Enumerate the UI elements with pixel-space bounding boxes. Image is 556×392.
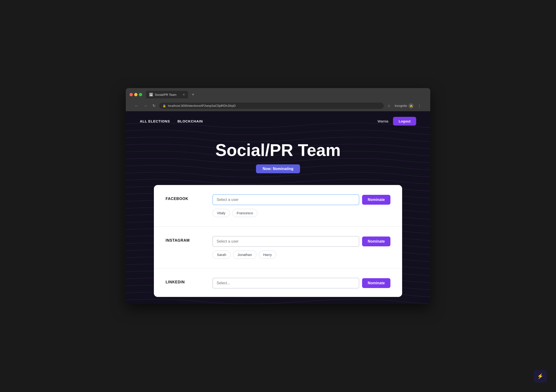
facebook-select-row: Nominate bbox=[212, 194, 390, 205]
browser-titlebar: 🗳 Social/PR Team × + bbox=[130, 91, 426, 98]
close-window-button[interactable] bbox=[130, 93, 133, 96]
site-nav: ALL ELECTIONS BLOCKCHAIN Wamia Logout bbox=[126, 111, 430, 131]
bookmark-button[interactable]: ☆ bbox=[386, 103, 392, 109]
instagram-nominate-button[interactable]: Nominate bbox=[362, 237, 390, 246]
blockchain-link[interactable]: BLOCKCHAIN bbox=[178, 119, 203, 123]
incognito-badge: Incognito 🕵 bbox=[395, 103, 414, 108]
maximize-window-button[interactable] bbox=[139, 93, 142, 96]
nominee-chip[interactable]: Harry bbox=[259, 251, 276, 259]
facebook-controls: Nominate Vitaly Francesco bbox=[212, 194, 390, 217]
address-bar[interactable]: 🔒 localhost:3000/elections/tP2wnpSaC5jdR… bbox=[159, 103, 384, 109]
main-card: FACEBOOK Nominate Vitaly Francesco INSTA… bbox=[154, 185, 402, 297]
incognito-label: Incognito bbox=[395, 104, 407, 108]
tab-close-button[interactable]: × bbox=[183, 93, 185, 96]
traffic-lights bbox=[130, 93, 142, 96]
new-tab-button[interactable]: + bbox=[190, 91, 196, 98]
browser-addressbar: ← → ↻ 🔒 localhost:3000/elections/tP2wnpS… bbox=[130, 101, 426, 111]
page-content: .wave { fill: none; stroke: #9b59b6; str… bbox=[126, 111, 430, 304]
facebook-section: FACEBOOK Nominate Vitaly Francesco bbox=[154, 185, 402, 227]
linkedin-nominate-button[interactable]: Nominate bbox=[362, 278, 390, 288]
browser-extras: ☆ Incognito 🕵 ⋮ bbox=[386, 103, 423, 109]
instagram-controls: Nominate Sarah Jonathan Harry bbox=[212, 236, 390, 259]
username-label: Wamia bbox=[378, 119, 388, 123]
facebook-nominate-button[interactable]: Nominate bbox=[362, 195, 390, 205]
hero-section: Social/PR Team Now: Nominating bbox=[126, 131, 430, 180]
nominee-chip[interactable]: Jonathan bbox=[233, 251, 256, 259]
tab-title: Social/PR Team bbox=[155, 93, 176, 96]
nominee-chip[interactable]: Francesco bbox=[232, 209, 257, 217]
forward-button[interactable]: → bbox=[142, 103, 149, 109]
linkedin-user-select[interactable] bbox=[212, 278, 359, 289]
incognito-icon: 🕵 bbox=[409, 103, 414, 108]
nav-links: ALL ELECTIONS BLOCKCHAIN bbox=[140, 119, 203, 123]
address-text: localhost:3000/elections/tP2wnpSaC5jdRDh… bbox=[168, 104, 236, 108]
nominee-chip[interactable]: Vitaly bbox=[212, 209, 230, 217]
instagram-nominees-list: Sarah Jonathan Harry bbox=[212, 251, 390, 259]
back-button[interactable]: ← bbox=[133, 103, 140, 109]
menu-button[interactable]: ⋮ bbox=[417, 103, 423, 109]
linkedin-controls: Nominate bbox=[212, 278, 390, 292]
page-title: Social/PR Team bbox=[126, 140, 430, 160]
facebook-nominees-list: Vitaly Francesco bbox=[212, 209, 390, 217]
minimize-window-button[interactable] bbox=[134, 93, 138, 96]
nav-right: Wamia Logout bbox=[378, 117, 416, 125]
all-elections-link[interactable]: ALL ELECTIONS bbox=[140, 119, 170, 123]
refresh-button[interactable]: ↻ bbox=[151, 103, 157, 109]
instagram-user-select[interactable] bbox=[212, 236, 359, 247]
logout-button[interactable]: Logout bbox=[393, 117, 416, 125]
instagram-label: INSTAGRAM bbox=[166, 236, 203, 243]
facebook-user-select[interactable] bbox=[212, 194, 359, 205]
nominee-chip[interactable]: Sarah bbox=[212, 251, 231, 259]
linkedin-label: LINKEDIN bbox=[166, 278, 203, 284]
browser-tab[interactable]: 🗳 Social/PR Team × bbox=[146, 91, 188, 98]
linkedin-select-row: Nominate bbox=[212, 278, 390, 289]
instagram-section: INSTAGRAM Nominate Sarah Jonathan Harry bbox=[154, 227, 402, 268]
facebook-label: FACEBOOK bbox=[166, 194, 203, 201]
browser-window: 🗳 Social/PR Team × + ← → ↻ 🔒 localhost:3… bbox=[126, 88, 430, 304]
browser-chrome: 🗳 Social/PR Team × + ← → ↻ 🔒 localhost:3… bbox=[126, 88, 430, 111]
instagram-select-row: Nominate bbox=[212, 236, 390, 247]
security-icon: 🔒 bbox=[162, 104, 166, 108]
status-badge: Now: Nominating bbox=[256, 164, 300, 173]
linkedin-section: LINKEDIN Nominate bbox=[154, 268, 402, 297]
tab-favicon: 🗳 bbox=[149, 93, 153, 96]
